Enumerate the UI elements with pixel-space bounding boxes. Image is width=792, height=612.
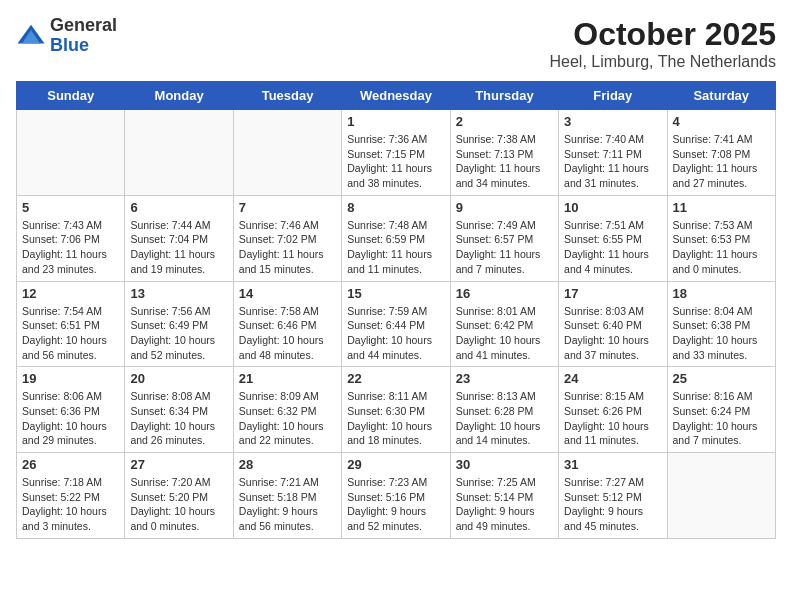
day-info: Sunrise: 8:04 AM Sunset: 6:38 PM Dayligh… [673, 304, 770, 363]
calendar-cell: 4Sunrise: 7:41 AM Sunset: 7:08 PM Daylig… [667, 110, 775, 196]
day-info: Sunrise: 7:38 AM Sunset: 7:13 PM Dayligh… [456, 132, 553, 191]
title-area: October 2025 Heel, Limburg, The Netherla… [550, 16, 777, 71]
calendar-cell [125, 110, 233, 196]
day-info: Sunrise: 7:49 AM Sunset: 6:57 PM Dayligh… [456, 218, 553, 277]
calendar-cell: 8Sunrise: 7:48 AM Sunset: 6:59 PM Daylig… [342, 195, 450, 281]
day-number: 15 [347, 286, 444, 301]
day-info: Sunrise: 7:18 AM Sunset: 5:22 PM Dayligh… [22, 475, 119, 534]
day-number: 11 [673, 200, 770, 215]
day-info: Sunrise: 8:11 AM Sunset: 6:30 PM Dayligh… [347, 389, 444, 448]
weekday-header-saturday: Saturday [667, 82, 775, 110]
calendar-cell: 15Sunrise: 7:59 AM Sunset: 6:44 PM Dayli… [342, 281, 450, 367]
day-number: 9 [456, 200, 553, 215]
logo-blue-text: Blue [50, 36, 117, 56]
weekday-header-row: SundayMondayTuesdayWednesdayThursdayFrid… [17, 82, 776, 110]
day-info: Sunrise: 7:54 AM Sunset: 6:51 PM Dayligh… [22, 304, 119, 363]
calendar-cell: 21Sunrise: 8:09 AM Sunset: 6:32 PM Dayli… [233, 367, 341, 453]
day-info: Sunrise: 8:15 AM Sunset: 6:26 PM Dayligh… [564, 389, 661, 448]
day-number: 13 [130, 286, 227, 301]
page-title: October 2025 [550, 16, 777, 53]
day-number: 3 [564, 114, 661, 129]
weekday-header-tuesday: Tuesday [233, 82, 341, 110]
calendar-cell: 12Sunrise: 7:54 AM Sunset: 6:51 PM Dayli… [17, 281, 125, 367]
day-info: Sunrise: 7:21 AM Sunset: 5:18 PM Dayligh… [239, 475, 336, 534]
day-info: Sunrise: 7:27 AM Sunset: 5:12 PM Dayligh… [564, 475, 661, 534]
weekday-header-thursday: Thursday [450, 82, 558, 110]
day-number: 12 [22, 286, 119, 301]
day-info: Sunrise: 7:56 AM Sunset: 6:49 PM Dayligh… [130, 304, 227, 363]
day-number: 26 [22, 457, 119, 472]
calendar-cell: 14Sunrise: 7:58 AM Sunset: 6:46 PM Dayli… [233, 281, 341, 367]
calendar-cell: 11Sunrise: 7:53 AM Sunset: 6:53 PM Dayli… [667, 195, 775, 281]
calendar-cell: 2Sunrise: 7:38 AM Sunset: 7:13 PM Daylig… [450, 110, 558, 196]
day-number: 14 [239, 286, 336, 301]
calendar-cell: 9Sunrise: 7:49 AM Sunset: 6:57 PM Daylig… [450, 195, 558, 281]
calendar-cell: 26Sunrise: 7:18 AM Sunset: 5:22 PM Dayli… [17, 453, 125, 539]
day-number: 8 [347, 200, 444, 215]
logo: General Blue [16, 16, 117, 56]
page-subtitle: Heel, Limburg, The Netherlands [550, 53, 777, 71]
calendar-cell: 27Sunrise: 7:20 AM Sunset: 5:20 PM Dayli… [125, 453, 233, 539]
day-number: 27 [130, 457, 227, 472]
day-number: 4 [673, 114, 770, 129]
day-number: 20 [130, 371, 227, 386]
calendar-cell: 5Sunrise: 7:43 AM Sunset: 7:06 PM Daylig… [17, 195, 125, 281]
calendar-cell: 1Sunrise: 7:36 AM Sunset: 7:15 PM Daylig… [342, 110, 450, 196]
day-info: Sunrise: 7:44 AM Sunset: 7:04 PM Dayligh… [130, 218, 227, 277]
day-info: Sunrise: 7:36 AM Sunset: 7:15 PM Dayligh… [347, 132, 444, 191]
calendar-cell: 19Sunrise: 8:06 AM Sunset: 6:36 PM Dayli… [17, 367, 125, 453]
calendar-cell: 7Sunrise: 7:46 AM Sunset: 7:02 PM Daylig… [233, 195, 341, 281]
day-number: 2 [456, 114, 553, 129]
logo-icon [16, 21, 46, 51]
day-info: Sunrise: 8:08 AM Sunset: 6:34 PM Dayligh… [130, 389, 227, 448]
day-info: Sunrise: 7:58 AM Sunset: 6:46 PM Dayligh… [239, 304, 336, 363]
weekday-header-wednesday: Wednesday [342, 82, 450, 110]
day-number: 24 [564, 371, 661, 386]
logo-text: General Blue [50, 16, 117, 56]
day-number: 6 [130, 200, 227, 215]
weekday-header-monday: Monday [125, 82, 233, 110]
week-row-4: 19Sunrise: 8:06 AM Sunset: 6:36 PM Dayli… [17, 367, 776, 453]
day-number: 19 [22, 371, 119, 386]
day-info: Sunrise: 7:51 AM Sunset: 6:55 PM Dayligh… [564, 218, 661, 277]
calendar-cell: 28Sunrise: 7:21 AM Sunset: 5:18 PM Dayli… [233, 453, 341, 539]
calendar-cell [667, 453, 775, 539]
calendar-cell: 31Sunrise: 7:27 AM Sunset: 5:12 PM Dayli… [559, 453, 667, 539]
day-info: Sunrise: 7:25 AM Sunset: 5:14 PM Dayligh… [456, 475, 553, 534]
calendar-cell: 29Sunrise: 7:23 AM Sunset: 5:16 PM Dayli… [342, 453, 450, 539]
day-number: 18 [673, 286, 770, 301]
week-row-5: 26Sunrise: 7:18 AM Sunset: 5:22 PM Dayli… [17, 453, 776, 539]
weekday-header-friday: Friday [559, 82, 667, 110]
calendar-cell [17, 110, 125, 196]
day-number: 31 [564, 457, 661, 472]
day-number: 17 [564, 286, 661, 301]
weekday-header-sunday: Sunday [17, 82, 125, 110]
day-info: Sunrise: 7:23 AM Sunset: 5:16 PM Dayligh… [347, 475, 444, 534]
calendar-cell: 20Sunrise: 8:08 AM Sunset: 6:34 PM Dayli… [125, 367, 233, 453]
day-number: 10 [564, 200, 661, 215]
day-number: 7 [239, 200, 336, 215]
calendar-cell: 17Sunrise: 8:03 AM Sunset: 6:40 PM Dayli… [559, 281, 667, 367]
day-number: 5 [22, 200, 119, 215]
day-number: 23 [456, 371, 553, 386]
day-info: Sunrise: 7:20 AM Sunset: 5:20 PM Dayligh… [130, 475, 227, 534]
day-info: Sunrise: 8:13 AM Sunset: 6:28 PM Dayligh… [456, 389, 553, 448]
day-info: Sunrise: 7:59 AM Sunset: 6:44 PM Dayligh… [347, 304, 444, 363]
day-info: Sunrise: 7:46 AM Sunset: 7:02 PM Dayligh… [239, 218, 336, 277]
calendar-cell: 13Sunrise: 7:56 AM Sunset: 6:49 PM Dayli… [125, 281, 233, 367]
day-info: Sunrise: 8:09 AM Sunset: 6:32 PM Dayligh… [239, 389, 336, 448]
header: General Blue October 2025 Heel, Limburg,… [16, 16, 776, 71]
calendar-cell: 22Sunrise: 8:11 AM Sunset: 6:30 PM Dayli… [342, 367, 450, 453]
calendar-cell: 16Sunrise: 8:01 AM Sunset: 6:42 PM Dayli… [450, 281, 558, 367]
calendar-cell: 23Sunrise: 8:13 AM Sunset: 6:28 PM Dayli… [450, 367, 558, 453]
day-number: 29 [347, 457, 444, 472]
day-number: 30 [456, 457, 553, 472]
calendar-cell [233, 110, 341, 196]
calendar-cell: 24Sunrise: 8:15 AM Sunset: 6:26 PM Dayli… [559, 367, 667, 453]
calendar-cell: 25Sunrise: 8:16 AM Sunset: 6:24 PM Dayli… [667, 367, 775, 453]
day-info: Sunrise: 8:16 AM Sunset: 6:24 PM Dayligh… [673, 389, 770, 448]
day-info: Sunrise: 7:41 AM Sunset: 7:08 PM Dayligh… [673, 132, 770, 191]
logo-general-text: General [50, 16, 117, 36]
calendar-cell: 18Sunrise: 8:04 AM Sunset: 6:38 PM Dayli… [667, 281, 775, 367]
day-number: 16 [456, 286, 553, 301]
